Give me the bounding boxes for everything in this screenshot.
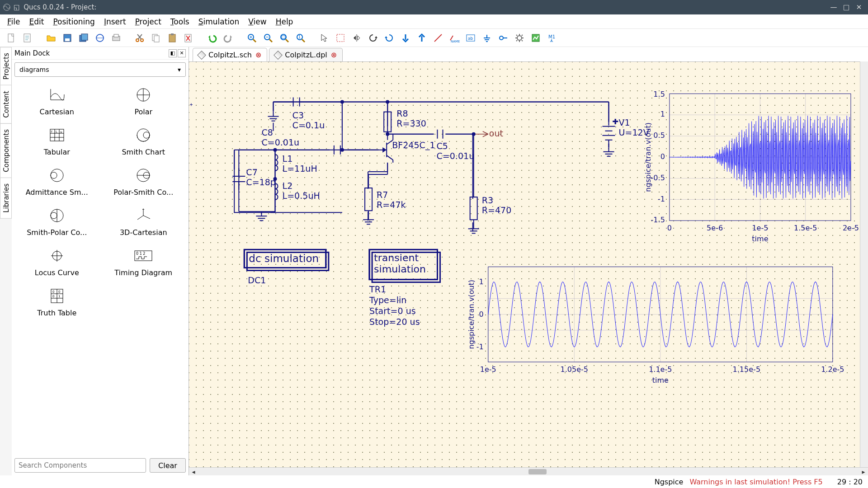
diagram-item-label: Polar [134, 108, 152, 116]
mirror-button[interactable] [349, 30, 364, 46]
open-button[interactable] [43, 30, 59, 46]
paste-button[interactable] [165, 30, 180, 46]
ground-button[interactable] [479, 30, 495, 46]
svg-text:1.15e-5: 1.15e-5 [733, 365, 761, 374]
port-button[interactable] [495, 30, 511, 46]
dock-title: Main Dock [14, 49, 50, 57]
svg-text:1.5e-5: 1.5e-5 [794, 224, 817, 232]
menu-simulation[interactable]: Simulation [194, 15, 244, 28]
wire-button[interactable] [430, 30, 446, 46]
print-button[interactable] [92, 30, 108, 46]
svg-text:DC1: DC1 [248, 275, 266, 285]
diagram-item-locus[interactable]: Locus Curve [14, 247, 100, 277]
diagram-item-timing[interactable]: 0 1 2Timing Diagram [100, 247, 187, 277]
svg-text:0: 0 [667, 224, 672, 232]
move-up-button[interactable] [414, 30, 429, 46]
svg-text:Type=lin: Type=lin [369, 295, 406, 305]
diagram-item-label: 3D-Cartesian [120, 228, 167, 237]
svg-text:R8: R8 [396, 108, 408, 118]
cut-button[interactable] [132, 30, 147, 46]
diagram-item-tabular[interactable]: fLuTabular [14, 126, 100, 156]
save-all-button[interactable] [76, 30, 91, 46]
component-category-value: diagrams [19, 66, 49, 73]
new-text-button[interactable] [20, 30, 35, 46]
horizontal-scrollbar[interactable]: ◂ ▸ [189, 467, 868, 475]
svg-point-171 [472, 132, 476, 136]
move-down-button[interactable] [398, 30, 413, 46]
zoom-1-button[interactable]: 1 [293, 30, 308, 46]
rotate-button[interactable] [365, 30, 381, 46]
svg-rect-7 [65, 38, 70, 41]
undo-button[interactable] [204, 30, 220, 46]
maximize-icon[interactable]: □ [840, 2, 853, 13]
svg-rect-1 [8, 34, 14, 42]
redo-button[interactable] [221, 30, 236, 46]
menu-view[interactable]: View [244, 15, 271, 28]
dock-tab-libraries[interactable]: Libraries [0, 178, 12, 219]
svg-line-84 [143, 216, 150, 219]
schematic-canvas[interactable]: + C3 C=0.1u C8 C=0.01u [189, 61, 860, 467]
new-file-button[interactable] [4, 30, 19, 46]
window-restore-icon[interactable]: ◱ [14, 3, 20, 11]
vertical-scrollbar[interactable] [860, 61, 868, 467]
svg-text:1: 1 [660, 110, 665, 118]
diagram-item-polar[interactable]: Polar [100, 86, 187, 116]
document-tab[interactable]: ColpitzL.sch⊗ [193, 48, 267, 61]
pointer-button[interactable] [316, 30, 332, 46]
menu-positioning[interactable]: Positioning [48, 15, 99, 28]
menu-edit[interactable]: Edit [24, 15, 48, 28]
diagram-item-cartesian[interactable]: Cartesian [14, 86, 100, 116]
name-label-button[interactable]: NAME [447, 30, 462, 46]
dock-float-icon[interactable]: ◧ [169, 49, 177, 57]
diagram-item-polar-smith[interactable]: Polar-Smith Co... [100, 166, 187, 197]
clear-search-button[interactable]: Clear [150, 458, 186, 473]
svg-line-56 [516, 40, 517, 41]
diagram-item-axes3d[interactable]: 3D-Cartesian [100, 206, 187, 237]
dock-tab-components[interactable]: Components [0, 123, 12, 178]
scroll-thumb[interactable] [528, 469, 547, 474]
diagram-item-smith[interactable]: Smith Chart [100, 126, 187, 156]
document-tab-label: ColpitzL.sch [208, 51, 252, 59]
dock-tab-projects[interactable]: Projects [0, 47, 12, 85]
zoom-out-button[interactable] [260, 30, 276, 46]
menu-insert[interactable]: Insert [99, 15, 131, 28]
svg-text:5e-6: 5e-6 [707, 224, 723, 232]
menu-tools[interactable]: Tools [166, 15, 194, 28]
text-box-button[interactable]: ab [463, 30, 478, 46]
close-icon[interactable]: ✕ [853, 2, 865, 13]
schematic-svg: + C3 C=0.1u C8 C=0.01u [189, 62, 860, 467]
menu-help[interactable]: Help [271, 15, 298, 28]
rotate-ccw-button[interactable] [382, 30, 397, 46]
zoom-fit-button[interactable] [277, 30, 292, 46]
menu-project[interactable]: Project [131, 15, 166, 28]
document-tab[interactable]: ColpitzL.dpl⊗ [269, 48, 343, 61]
tab-close-icon[interactable]: ⊗ [331, 51, 337, 59]
dock-tab-content[interactable]: Content [0, 85, 12, 124]
copy-button[interactable] [148, 30, 164, 46]
menu-file[interactable]: File [3, 15, 24, 28]
tab-close-icon[interactable]: ⊗ [255, 51, 261, 59]
status-engine: Ngspice [655, 478, 684, 486]
gear-button[interactable] [512, 30, 527, 46]
svg-line-36 [302, 39, 305, 42]
zoom-in-button[interactable] [244, 30, 259, 46]
status-bar: Ngspice Warnings in last simulation! Pre… [0, 475, 868, 488]
dock-close-icon[interactable]: ✕ [178, 49, 186, 57]
select-rect-button[interactable] [333, 30, 348, 46]
marker-button[interactable]: M1 [544, 30, 560, 46]
svg-text:NAME: NAME [451, 40, 460, 43]
diagram-item-admittance-smith[interactable]: Admittance Sm... [14, 166, 100, 197]
chart-button[interactable] [528, 30, 543, 46]
svg-text:1: 1 [479, 277, 484, 286]
component-category-select[interactable]: diagrams ▾ [14, 62, 186, 77]
delete-button[interactable] [181, 30, 196, 46]
minimize-icon[interactable]: — [827, 2, 840, 13]
diagram-item-truth-table[interactable]: 0001Truth Table [14, 287, 100, 317]
svg-text:R=470: R=470 [482, 205, 512, 215]
scroll-right-icon[interactable]: ▸ [860, 468, 867, 475]
scroll-left-icon[interactable]: ◂ [190, 468, 197, 475]
diagram-item-smith-polar[interactable]: Smith-Polar Co... [14, 206, 100, 237]
print-preview-button[interactable] [108, 30, 124, 46]
search-components-input[interactable] [14, 458, 146, 473]
save-button[interactable] [60, 30, 75, 46]
